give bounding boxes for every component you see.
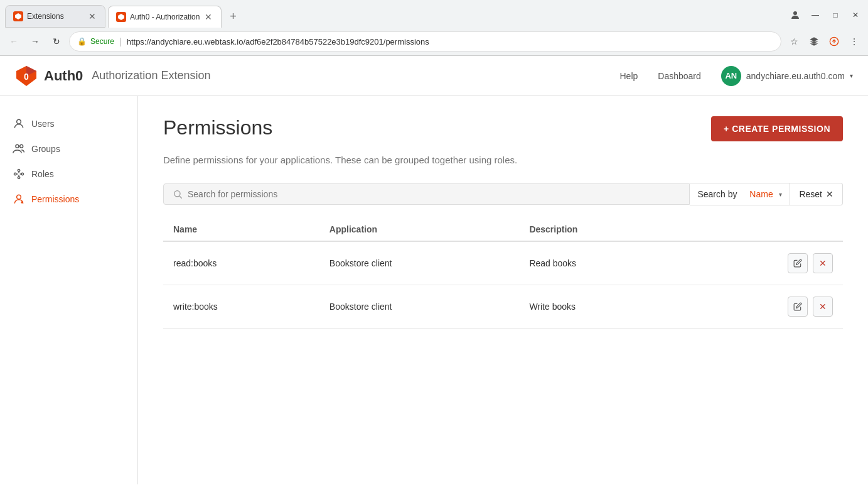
search-by-value: Name [749,189,773,199]
search-by-dropdown[interactable]: Search by Name ▾ [690,183,790,205]
svg-point-2 [793,11,797,15]
cell-actions-1: ✕ [685,285,843,329]
search-icon [173,189,183,199]
bookmark-icon[interactable]: ☆ [785,33,803,50]
maximize-button[interactable]: □ [828,8,843,23]
cell-actions-0: ✕ [685,241,843,285]
new-tab-button[interactable]: + [224,8,242,25]
svg-marker-0 [15,13,21,19]
delete-button-1[interactable]: ✕ [813,297,833,317]
browser-title-bar: Extensions ✕ Auth0 - Authorization ✕ + —… [0,0,868,28]
svg-point-8 [16,144,19,148]
page-header-row: Permissions + CREATE PERMISSION [163,116,843,150]
permissions-table: Name Application Description read:books … [163,218,843,329]
extensions-icon[interactable] [805,33,823,50]
table-body: read:books Bookstore client Read books ✕… [163,241,843,329]
logo-auth0-text: Auth0 [44,68,83,84]
col-description: Description [519,218,685,241]
reset-x-icon: ✕ [826,189,833,199]
help-link[interactable]: Help [619,71,638,81]
edit-button-0[interactable] [788,253,808,273]
logo-ext-text: Authorization Extension [92,69,210,82]
table-row: read:books Bookstore client Read books ✕ [163,241,843,285]
address-bar[interactable]: 🔒 Secure | https://andychiare.eu.webtask… [69,31,781,52]
delete-button-0[interactable]: ✕ [813,253,833,273]
create-permission-button[interactable]: + CREATE PERMISSION [711,116,843,141]
users-icon [13,117,25,130]
window-controls: — □ ✕ [788,8,863,25]
sidebar: Users Groups Roles Permissions [0,96,138,484]
back-button[interactable]: ← [5,33,23,50]
browser-toolbar: ← → ↻ 🔒 Secure | https://andychiare.eu.w… [0,28,868,55]
search-by-label: Search by [697,189,737,199]
dashboard-link[interactable]: Dashboard [658,71,701,81]
svg-point-21 [174,191,180,197]
more-menu-icon[interactable]: ⋮ [845,33,863,50]
cell-application-0: Bookstore client [319,241,520,285]
sidebar-users-label: Users [31,119,55,129]
search-input[interactable] [188,189,680,199]
main-content: Permissions + CREATE PERMISSION Define p… [138,96,868,484]
auth0-logo-icon: 0 [15,65,38,87]
cell-name-0: read:books [163,241,319,285]
col-name: Name [163,218,319,241]
separator: | [119,36,122,46]
page-description: Define permissions for your applications… [163,155,843,165]
search-row: Search by Name ▾ Reset ✕ [163,183,843,205]
svg-point-12 [21,173,23,175]
tab-extensions-close[interactable]: ✕ [87,11,97,22]
profile-icon-btn[interactable] [788,8,803,23]
url-text[interactable]: https://andychiare.eu.webtask.io/adf6e2f… [127,37,773,46]
tab-auth0[interactable]: Auth0 - Authorization ✕ [108,6,222,28]
svg-point-18 [17,195,21,199]
cell-description-1: Write books [519,285,685,329]
tab-auth0-label: Auth0 - Authorization [130,13,200,21]
roles-icon [13,168,25,180]
user-chevron-down-icon: ▾ [850,72,853,79]
toolbar-icons: ☆ ⋮ [785,33,863,50]
header-nav: Help Dashboard AN andychiare.eu.auth0.co… [619,66,853,86]
app-logo: 0 Auth0 Authorization Extension [15,65,210,87]
forward-button[interactable]: → [26,33,44,50]
svg-point-11 [18,170,19,172]
secure-label: Secure [90,37,114,46]
cell-name-1: write:books [163,285,319,329]
refresh-circle-icon[interactable] [825,33,843,50]
svg-marker-1 [118,14,124,20]
table-header: Name Application Description [163,218,843,241]
groups-icon [13,143,25,155]
sidebar-groups-label: Groups [31,144,60,154]
user-name: andychiare.eu.auth0.com [746,71,845,81]
cell-application-1: Bookstore client [319,285,520,329]
page-title: Permissions [163,116,272,139]
svg-point-9 [20,144,23,148]
reload-button[interactable]: ↻ [48,33,65,50]
sidebar-item-permissions[interactable]: Permissions [0,187,137,212]
app-body: Users Groups Roles Permissions Permissio… [0,96,868,484]
browser-chrome: Extensions ✕ Auth0 - Authorization ✕ + —… [0,0,868,56]
edit-button-1[interactable] [788,297,808,317]
svg-point-13 [18,177,19,178]
lock-icon: 🔒 [77,37,87,46]
search-container [163,183,690,205]
tab-extensions-label: Extensions [27,12,83,21]
sidebar-item-groups[interactable]: Groups [0,136,137,161]
user-badge[interactable]: AN andychiare.eu.auth0.com ▾ [721,66,853,86]
close-button[interactable]: ✕ [848,8,863,23]
sidebar-item-roles[interactable]: Roles [0,161,137,187]
col-application: Application [319,218,520,241]
tab-auth0-close[interactable]: ✕ [203,11,213,23]
reset-button[interactable]: Reset ✕ [790,183,843,205]
tab-ext-icon [13,11,23,21]
sidebar-permissions-label: Permissions [31,194,79,204]
table-row: write:books Bookstore client Write books… [163,285,843,329]
tab-auth0-icon [116,12,126,22]
search-by-chevron-down-icon: ▾ [779,191,782,198]
minimize-button[interactable]: — [808,8,823,23]
permissions-icon [13,193,25,205]
svg-line-22 [179,196,182,199]
tab-extensions[interactable]: Extensions ✕ [5,5,105,28]
cell-description-0: Read books [519,241,685,285]
user-avatar: AN [721,66,741,86]
sidebar-item-users[interactable]: Users [0,111,137,136]
